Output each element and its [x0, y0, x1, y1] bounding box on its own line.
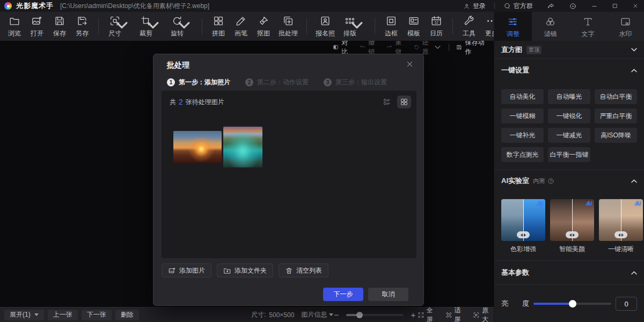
chevron-down-icon[interactable]: [147, 19, 159, 31]
one-click-sharpen-button[interactable]: 一键锐化: [548, 108, 590, 123]
image-thumbnail-sunset[interactable]: [173, 131, 222, 163]
login-button[interactable]: 登录: [463, 2, 486, 11]
slider-fill: [533, 303, 573, 305]
chevron-down-icon[interactable]: [631, 48, 637, 52]
severe-white-balance-button[interactable]: 严重白平衡: [595, 108, 637, 123]
tab-filter[interactable]: 滤镜: [532, 12, 569, 41]
main-toolbar: 浏览 打开 保存 另存 尺寸 裁剪 旋转 拼图: [0, 12, 494, 41]
delete-image-button[interactable]: 删除: [115, 310, 139, 320]
tab-text[interactable]: 文字: [569, 12, 607, 41]
next-step-button[interactable]: 下一步: [323, 288, 363, 301]
fullscreen-button[interactable]: 全屏: [418, 306, 438, 322]
toolbar-item-calendar[interactable]: 12 日历: [425, 15, 448, 38]
list-view-button[interactable]: [380, 96, 394, 108]
cancel-button[interactable]: 取消: [368, 288, 408, 301]
toolbar-item-browse[interactable]: 浏览: [3, 15, 26, 38]
collage-grid-icon: [213, 15, 224, 27]
auto-exposure-button[interactable]: 自动曝光: [548, 89, 590, 104]
card-label: 一键清晰: [599, 245, 643, 254]
toolbar-item-batch[interactable]: 批处理: [275, 15, 302, 38]
next-image-button[interactable]: 下一张: [82, 310, 112, 320]
official-group-button[interactable]: 官方群: [503, 2, 533, 11]
add-image-button[interactable]: 添加图片: [162, 264, 211, 277]
section-histogram[interactable]: 直方图 置顶: [494, 41, 644, 58]
zoom-in-button[interactable]: +: [409, 310, 417, 319]
clear-list-button[interactable]: 清空列表: [279, 264, 328, 277]
original-size-button[interactable]: 原大: [473, 306, 494, 322]
ai-card-one-click-clarity[interactable]: Ai 一键清晰: [599, 199, 643, 254]
ai-card-smart-beauty[interactable]: Ai 智能美颜: [550, 199, 594, 254]
maximize-button[interactable]: [612, 3, 618, 9]
chevron-up-icon[interactable]: [631, 179, 637, 183]
slider-knob[interactable]: [569, 300, 576, 308]
auto-white-balance-button[interactable]: 自动白平衡: [595, 89, 637, 104]
tab-watermark[interactable]: 水印: [606, 12, 644, 41]
toolbar-item-id-photo[interactable]: 报名照: [312, 15, 339, 38]
fit-screen-label: 适屏: [454, 306, 466, 322]
one-click-blur-button[interactable]: 一键模糊: [501, 108, 544, 123]
add-folder-button[interactable]: 添加文件夹: [217, 264, 273, 277]
brightness-slider[interactable]: [533, 303, 611, 305]
chevron-down-icon[interactable]: [351, 19, 363, 31]
count-suffix: 张待处理图片: [186, 98, 224, 107]
expand-panel-button[interactable]: 展开(1): [4, 310, 44, 320]
white-balance-one-key-button[interactable]: 白平衡一指键: [548, 147, 590, 162]
zoom-control: − +: [325, 310, 417, 319]
settings-button[interactable]: [569, 2, 577, 10]
chevron-down-icon[interactable]: [435, 43, 441, 51]
brightness-value-input[interactable]: 0: [616, 297, 637, 311]
toolbar-item-open[interactable]: 打开: [26, 15, 48, 38]
ai-card-color-enhance[interactable]: Ai 色彩增强: [501, 199, 545, 254]
close-window-button[interactable]: [632, 3, 639, 9]
toolbar-item-save[interactable]: 保存: [48, 15, 71, 38]
toolbar-item-rotate[interactable]: 旋转: [166, 15, 188, 38]
batch-process-dialog: 批处理 1 第一步：添加照片 2 第二步：动作设置 3 第三步：输出设置 共 2…: [153, 54, 424, 306]
fill-light-button[interactable]: 一键补光: [501, 128, 544, 143]
step-3-output-settings: 3 第三步：输出设置: [324, 78, 387, 87]
status-bar-left: 展开(1) 上一张 下一张 删除: [4, 310, 139, 320]
view-mode-group: 全屏 适屏 原大: [418, 306, 494, 322]
section-basic-params[interactable]: 基本参数: [494, 261, 644, 284]
help-icon[interactable]: [547, 178, 554, 185]
toolbar-item-template[interactable]: 模板: [402, 15, 425, 38]
reduce-light-button[interactable]: 一键减光: [548, 128, 590, 143]
ai-badge: Ai: [635, 200, 641, 207]
save-action-button[interactable]: 保存动作: [456, 38, 486, 56]
card-label: 色彩增强: [501, 245, 545, 254]
section-one-click[interactable]: 一键设置: [494, 59, 644, 82]
share-button[interactable]: [547, 2, 555, 10]
digital-spot-metering-button[interactable]: 数字点测光: [501, 147, 544, 162]
toolbar-item-border[interactable]: 边框: [380, 15, 402, 38]
chevron-up-icon[interactable]: [631, 69, 637, 72]
step-label: 第一步：添加照片: [179, 78, 230, 87]
toolbar-item-crop[interactable]: 裁剪: [135, 15, 157, 38]
section-ai-lab[interactable]: AI实验室 内测: [494, 170, 644, 192]
calendar-icon: 12: [430, 15, 442, 27]
image-thumbnail-waterfall[interactable]: [223, 127, 262, 167]
add-folder-icon: [223, 267, 231, 275]
toolbar-item-layout[interactable]: 排版: [339, 15, 361, 38]
toolbar-item-save-as[interactable]: 另存: [71, 15, 93, 38]
toolbar-item-resize[interactable]: 尺寸: [104, 15, 126, 38]
grid-view-button[interactable]: [397, 96, 411, 108]
toolbar-item-cutout[interactable]: 抠图: [252, 15, 275, 38]
original-size-icon: [473, 311, 480, 319]
pin-top-badge[interactable]: 置顶: [526, 46, 541, 54]
chevron-up-icon[interactable]: [631, 271, 637, 275]
fit-screen-button[interactable]: 适屏: [445, 306, 466, 322]
tab-adjust[interactable]: 调整: [494, 12, 532, 41]
minimize-button[interactable]: [591, 3, 598, 10]
toolbar-item-tools[interactable]: 工具: [458, 15, 480, 38]
zoom-slider[interactable]: [346, 314, 404, 316]
high-iso-denoise-button[interactable]: 高ISO降噪: [595, 128, 637, 143]
chevron-down-icon[interactable]: [116, 19, 128, 31]
status-bar: 展开(1) 上一张 下一张 删除 尺寸: 500×500 图片信息 − + 全屏…: [0, 307, 494, 322]
toolbar-item-collage[interactable]: 拼图: [207, 15, 230, 38]
auto-beautify-button[interactable]: 自动美化: [501, 89, 544, 104]
dialog-close-icon[interactable]: [406, 60, 414, 68]
zoom-out-button[interactable]: −: [333, 310, 340, 319]
toolbar-item-brush[interactable]: 画笔: [230, 15, 252, 38]
previous-image-button[interactable]: 上一张: [48, 310, 78, 320]
zoom-slider-knob[interactable]: [356, 312, 363, 318]
chevron-down-icon[interactable]: [178, 19, 190, 31]
